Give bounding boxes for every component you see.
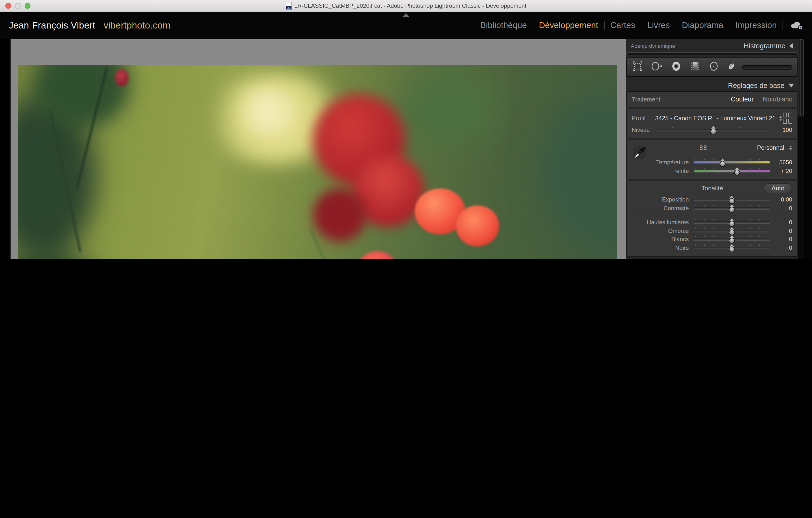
highlights-slider-thumb[interactable]: [729, 219, 735, 227]
treatment-color-option[interactable]: Couleur: [731, 96, 754, 103]
collapse-left-icon[interactable]: [789, 43, 793, 49]
main-area: RA YY ★★★★★: [0, 39, 812, 259]
amount-slider-row: Niveau 100: [627, 126, 797, 134]
photo-foliage: [400, 70, 497, 147]
shadows-slider-row: Ombres 0: [627, 226, 797, 235]
graduated-filter-icon[interactable]: [689, 60, 701, 74]
shadows-slider[interactable]: [694, 230, 770, 232]
blacks-slider[interactable]: [694, 247, 770, 249]
temperature-slider-thumb[interactable]: [720, 159, 725, 167]
tab-cartes[interactable]: Cartes: [604, 20, 641, 30]
exposure-slider[interactable]: [694, 199, 770, 201]
highlights-label: Hautes lumières: [632, 219, 694, 226]
tab-diaporama[interactable]: Diaporama: [676, 20, 729, 30]
identity-site: vibertphoto.com: [104, 20, 170, 30]
tool-strip: [627, 58, 798, 77]
right-panel-edge: [804, 39, 812, 259]
tone-box: Tonalité Auto Exposition 0,00 Contraste: [627, 181, 798, 256]
basic-panel-header[interactable]: Réglages de base: [626, 79, 798, 91]
tab-developpement[interactable]: Développement: [533, 20, 604, 30]
photo-rosebud: [115, 69, 128, 87]
white-balance-box: BB : Personnal. Température 5650: [627, 140, 798, 179]
window-title: LrC LR-CLASSIC_CatMBP_2020.lrcat - Adobe…: [0, 2, 812, 10]
whites-slider[interactable]: [694, 239, 770, 240]
photo-rose-bright: [357, 251, 398, 259]
temperature-slider[interactable]: [694, 162, 770, 163]
zoom-window-button[interactable]: [25, 3, 30, 9]
module-picker-bar: Jean-François Vibert - vibertphoto.com B…: [0, 12, 812, 39]
brush-handle-bar: [742, 65, 792, 69]
wb-preset-select[interactable]: Personnal.: [757, 144, 792, 151]
adjustment-brush-icon[interactable]: [727, 61, 737, 73]
photo-roses[interactable]: [18, 65, 617, 259]
tint-label: Teinte: [632, 168, 694, 175]
whites-label: Blancs: [632, 236, 694, 243]
blacks-slider-thumb[interactable]: [729, 244, 735, 252]
wb-label: BB :: [699, 144, 711, 151]
sync-cloud-icon[interactable]: !: [790, 21, 803, 30]
shadows-slider-thumb[interactable]: [729, 227, 735, 235]
shadows-value[interactable]: 0: [770, 227, 792, 234]
center-column: RA YY ★★★★★: [11, 39, 626, 259]
module-picker: Bibliothèque Développement Cartes Livres…: [474, 20, 803, 30]
collapse-down-icon[interactable]: [788, 84, 794, 88]
panel-scrollbar[interactable]: [798, 39, 804, 259]
crop-icon[interactable]: [632, 60, 643, 74]
amount-slider-thumb[interactable]: [710, 126, 716, 134]
develop-right-panel: Aperçu dynamique Histogramme: [626, 39, 798, 259]
tint-slider[interactable]: [694, 170, 770, 172]
canvas-background: [11, 39, 626, 259]
contrast-slider-thumb[interactable]: [729, 204, 735, 213]
photo-foliage: [540, 94, 617, 249]
close-button[interactable]: [5, 3, 11, 9]
temperature-value[interactable]: 5650: [770, 159, 792, 166]
updown-icon: [789, 145, 792, 150]
contrast-slider-row: Contraste 0: [627, 204, 797, 212]
profile-value[interactable]: 3425 - Canon EOS R: [655, 115, 712, 122]
tone-title: Tonalité: [632, 184, 764, 191]
highlights-value[interactable]: 0: [770, 219, 792, 226]
contrast-label: Contraste: [632, 205, 694, 212]
white-balance-eyedropper-icon[interactable]: [632, 144, 648, 163]
highlights-slider[interactable]: [694, 221, 770, 223]
tint-slider-row: Teinte + 20: [627, 167, 797, 175]
histogram-title: Histogramme: [744, 42, 785, 50]
radial-filter-icon[interactable]: [708, 60, 720, 74]
red-eye-icon[interactable]: [670, 60, 682, 74]
tint-value[interactable]: + 20: [770, 168, 792, 175]
treatment-bw-option[interactable]: Noir/blanc: [763, 96, 792, 103]
tab-livres[interactable]: Livres: [641, 20, 675, 30]
tint-slider-thumb[interactable]: [734, 167, 740, 175]
tab-bibliotheque[interactable]: Bibliothèque: [474, 20, 533, 30]
shadows-label: Ombres: [632, 227, 694, 234]
blacks-value[interactable]: 0: [770, 244, 792, 251]
whites-value[interactable]: 0: [770, 236, 792, 243]
titlebar: LrC LR-CLASSIC_CatMBP_2020.lrcat - Adobe…: [0, 0, 812, 12]
minimize-button[interactable]: [15, 3, 21, 9]
contrast-slider[interactable]: [694, 207, 770, 209]
lightroom-window: LrC LR-CLASSIC_CatMBP_2020.lrcat - Adobe…: [0, 0, 812, 259]
profile-value-2[interactable]: - Lumineux Vibrant 21: [717, 115, 776, 122]
amount-value[interactable]: 100: [770, 127, 792, 133]
whites-slider-thumb[interactable]: [729, 236, 735, 244]
contrast-value[interactable]: 0: [770, 205, 792, 212]
temperature-slider-row: Température 5650: [627, 158, 797, 167]
spot-removal-icon[interactable]: [650, 60, 663, 74]
traffic-lights: [5, 3, 30, 9]
right-panel-area: Aperçu dynamique Histogramme: [626, 39, 812, 259]
tab-impression[interactable]: Impression: [730, 20, 783, 30]
highlights-slider-row: Hautes lumières 0: [627, 218, 797, 226]
profile-browser-icon[interactable]: [783, 113, 792, 124]
auto-tone-button[interactable]: Auto: [764, 183, 792, 193]
exposure-value[interactable]: 0,00: [770, 196, 792, 203]
treatment-label: Traitement :: [632, 96, 664, 103]
profile-updown-icon[interactable]: [779, 116, 782, 121]
histogram-header[interactable]: Aperçu dynamique Histogramme: [626, 39, 798, 51]
collapse-top-panel-icon[interactable]: [403, 13, 409, 17]
panel-scrollbar-thumb[interactable]: [799, 39, 804, 117]
amount-slider[interactable]: [657, 129, 770, 131]
exposure-slider-thumb[interactable]: [729, 196, 735, 204]
blacks-label: Noirs: [632, 244, 694, 251]
document-icon: LrC: [286, 2, 292, 10]
blacks-slider-row: Noirs 0: [627, 244, 797, 252]
